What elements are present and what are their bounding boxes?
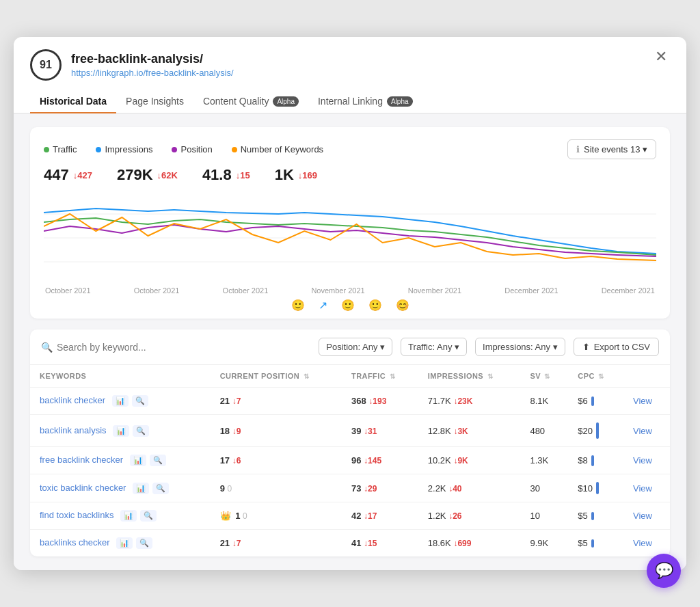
keyword-link-1[interactable]: backlink analysis bbox=[40, 425, 107, 435]
pos-change-4: 0 bbox=[243, 511, 247, 521]
legend-position: Position bbox=[172, 144, 212, 154]
kw-search-icon-3[interactable]: 🔍 bbox=[152, 483, 169, 494]
cpc-bar-1 bbox=[596, 422, 599, 439]
traffic-value-2: 96 bbox=[351, 455, 361, 466]
cpc-wrap-3: $10 bbox=[578, 482, 614, 494]
view-button-2[interactable]: View bbox=[633, 455, 652, 466]
metrics-row: 447 ↓427 279K ↓62K 41.8 ↓15 bbox=[44, 166, 656, 184]
keyword-link-3[interactable]: toxic backlink checker bbox=[40, 483, 126, 493]
kw-search-icon-0[interactable]: 🔍 bbox=[132, 395, 148, 407]
event-icon-5[interactable]: 😊 bbox=[396, 299, 409, 312]
cell-traffic-4: 42 ↓17 bbox=[342, 502, 418, 530]
kw-search-icon-5[interactable]: 🔍 bbox=[136, 537, 152, 549]
table-card: 🔍 Position: Any ▾ Traffic: Any ▾ Impress… bbox=[30, 329, 670, 556]
kw-chart-icon-1[interactable]: 📊 bbox=[113, 425, 129, 437]
pos-change-3: 0 bbox=[227, 484, 232, 494]
chat-button[interactable]: 💬 bbox=[647, 554, 681, 588]
kw-chart-icon-2[interactable]: 📊 bbox=[130, 455, 146, 466]
sort-sv-icon[interactable]: ⇅ bbox=[544, 373, 550, 380]
traffic-value-3: 73 bbox=[351, 483, 361, 494]
event-icon-4[interactable]: 🙂 bbox=[368, 299, 382, 312]
traffic-change-2: ↓145 bbox=[364, 456, 381, 466]
cell-view-5: View bbox=[623, 530, 670, 557]
sort-traffic-icon[interactable]: ⇅ bbox=[390, 373, 395, 380]
table-row: toxic backlink checker 📊 🔍 9 0 73 ↓29 2.… bbox=[30, 474, 670, 502]
export-icon: ⬆ bbox=[582, 342, 590, 352]
event-icon-1[interactable]: 🙂 bbox=[291, 299, 305, 312]
cpc-wrap-4: $5 bbox=[578, 511, 614, 521]
cpc-value-2: $8 bbox=[578, 455, 587, 466]
cpc-wrap-0: $6 bbox=[578, 396, 614, 406]
col-cpc: CPC ⇅ bbox=[568, 365, 623, 388]
table-row: backlink checker 📊 🔍 21 ↓7 368 ↓193 71.7… bbox=[30, 388, 670, 415]
sort-cpc-icon[interactable]: ⇅ bbox=[598, 373, 604, 380]
pos-change-1: ↓9 bbox=[232, 427, 241, 436]
kw-search-icon-4[interactable]: 🔍 bbox=[140, 510, 157, 522]
col-sv: SV ⇅ bbox=[520, 365, 568, 388]
kw-chart-icon-4[interactable]: 📊 bbox=[120, 510, 137, 522]
position-value-3: 9 bbox=[220, 483, 225, 494]
imp-change-4: ↓26 bbox=[448, 511, 461, 521]
imp-value-0: 71.7K bbox=[428, 396, 451, 406]
metric-position: 41.8 ↓15 bbox=[202, 166, 250, 184]
traffic-value-5: 41 bbox=[351, 538, 361, 548]
keyword-link-5[interactable]: backlinks checker bbox=[40, 537, 110, 548]
table-row: free backlink checker 📊 🔍 17 ↓6 96 ↓145 … bbox=[30, 447, 670, 474]
kw-chart-icon-5[interactable]: 📊 bbox=[116, 537, 133, 549]
keyword-link-2[interactable]: free backlink checker bbox=[40, 455, 123, 465]
filter-position-button[interactable]: Position: Any ▾ bbox=[319, 338, 392, 356]
filter-traffic-button[interactable]: Traffic: Any ▾ bbox=[401, 338, 467, 356]
keyword-link-0[interactable]: backlink checker bbox=[40, 395, 105, 405]
cpc-value-4: $5 bbox=[578, 511, 587, 521]
cell-impressions-1: 12.8K ↓3K bbox=[418, 415, 521, 447]
close-button[interactable]: ✕ bbox=[652, 49, 670, 64]
keywords-dot bbox=[232, 147, 237, 152]
view-button-5[interactable]: View bbox=[633, 538, 652, 548]
kw-chart-icon-0[interactable]: 📊 bbox=[112, 395, 129, 407]
imp-change-2: ↓9K bbox=[453, 456, 468, 466]
tab-page-insights[interactable]: Page Insights bbox=[116, 90, 193, 113]
view-button-1[interactable]: View bbox=[633, 426, 652, 436]
view-button-0[interactable]: View bbox=[633, 396, 652, 406]
site-url[interactable]: https://linkgraph.io/free-backlink-analy… bbox=[71, 68, 234, 78]
cell-cpc-3: $10 bbox=[568, 474, 623, 502]
export-csv-button[interactable]: ⬆ Export to CSV bbox=[574, 338, 659, 356]
metric-impressions: 279K ↓62K bbox=[117, 166, 178, 184]
traffic-value-0: 368 bbox=[351, 396, 366, 406]
event-icon-3[interactable]: 🙂 bbox=[341, 299, 355, 312]
cell-keyword-3: toxic backlink checker 📊 🔍 bbox=[30, 474, 211, 502]
tabs-bar: Historical Data Page Insights Content Qu… bbox=[14, 81, 686, 113]
cpc-wrap-5: $5 bbox=[578, 538, 614, 548]
imp-value-3: 2.2K bbox=[428, 483, 446, 494]
search-input[interactable] bbox=[57, 342, 310, 353]
view-button-3[interactable]: View bbox=[633, 483, 652, 494]
cell-impressions-2: 10.2K ↓9K bbox=[418, 447, 521, 474]
filter-impressions-button[interactable]: Impressions: Any ▾ bbox=[475, 338, 565, 356]
tab-internal-linking[interactable]: Internal Linking Alpha bbox=[308, 90, 422, 113]
chart-svg bbox=[44, 193, 656, 282]
view-button-4[interactable]: View bbox=[633, 511, 652, 521]
chart-events: 🙂 ↗ 🙂 🙂 😊 bbox=[44, 299, 656, 312]
cpc-wrap-1: $20 bbox=[578, 422, 614, 439]
cpc-value-5: $5 bbox=[578, 538, 587, 548]
traffic-change-4: ↓17 bbox=[364, 511, 377, 521]
sort-position-icon[interactable]: ⇅ bbox=[304, 373, 309, 380]
kw-search-icon-2[interactable]: 🔍 bbox=[150, 455, 166, 466]
keyword-link-4[interactable]: find toxic backlinks bbox=[40, 510, 113, 520]
tab-historical[interactable]: Historical Data bbox=[30, 90, 116, 113]
kw-chart-icon-3[interactable]: 📊 bbox=[133, 483, 149, 494]
table-toolbar: 🔍 Position: Any ▾ Traffic: Any ▾ Impress… bbox=[30, 329, 670, 365]
legend-keywords: Number of Keywords bbox=[232, 144, 323, 154]
cpc-bar-3 bbox=[596, 482, 599, 494]
tab-content-quality[interactable]: Content Quality Alpha bbox=[193, 90, 308, 113]
search-icon: 🔍 bbox=[41, 342, 53, 353]
site-events-button[interactable]: ℹ Site events 13 ▾ bbox=[567, 139, 656, 159]
cpc-bar-2 bbox=[591, 455, 594, 466]
imp-change-1: ↓3K bbox=[453, 427, 468, 436]
cell-position-2: 17 ↓6 bbox=[211, 447, 342, 474]
kw-search-icon-1[interactable]: 🔍 bbox=[133, 425, 149, 437]
event-icon-2[interactable]: ↗ bbox=[319, 299, 327, 312]
sort-impressions-icon[interactable]: ⇅ bbox=[487, 373, 493, 380]
sv-value-3: 30 bbox=[530, 483, 539, 494]
cell-position-1: 18 ↓9 bbox=[211, 415, 342, 447]
